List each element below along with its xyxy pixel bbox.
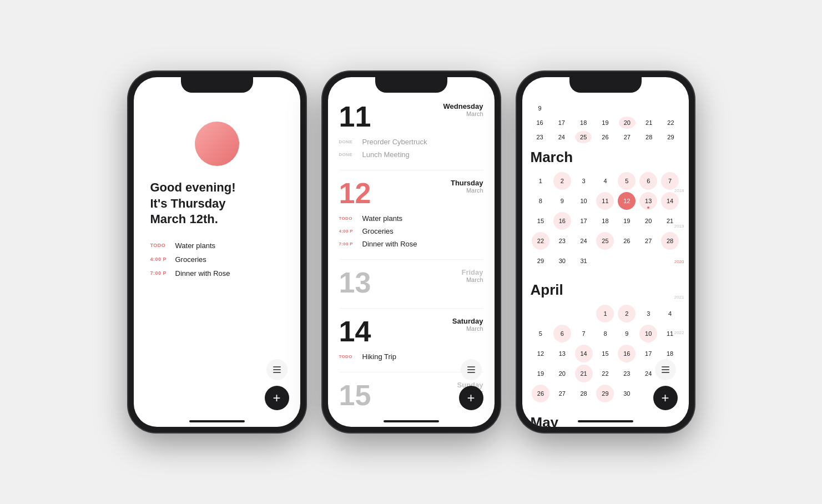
menu-button[interactable] xyxy=(266,359,288,380)
cal-day[interactable]: 20 xyxy=(639,212,657,230)
cal-day[interactable]: 27 xyxy=(553,385,571,402)
cal-day[interactable]: 22 xyxy=(662,117,679,129)
cal-day[interactable]: 13 xyxy=(553,345,571,362)
cal-day[interactable]: 23 xyxy=(553,232,571,250)
cal-day[interactable]: 20 xyxy=(553,365,571,382)
event-item[interactable]: DONE Preorder Cybertruck xyxy=(339,138,483,146)
day-number-today: 12 xyxy=(339,179,371,208)
cal-day[interactable]: 8 xyxy=(596,325,614,342)
cal-day[interactable]: 5 xyxy=(618,172,636,190)
cal-day[interactable]: 5 xyxy=(532,325,549,342)
cal-day[interactable]: 2 xyxy=(618,305,636,322)
cal-day[interactable]: 27 xyxy=(639,232,657,250)
year-label[interactable]: 2019 xyxy=(674,224,684,229)
add-button-2[interactable]: + xyxy=(459,386,483,410)
cal-day[interactable]: 28 xyxy=(575,385,593,402)
cal-day[interactable]: 23 xyxy=(618,365,636,382)
cal-day[interactable]: 10 xyxy=(575,192,593,210)
list-item[interactable]: 7:00 P Dinner with Rose xyxy=(150,269,284,278)
cal-day[interactable]: 11 xyxy=(596,192,614,210)
cal-day[interactable]: 1 xyxy=(596,305,614,322)
year-label[interactable]: 2018 xyxy=(674,188,684,193)
cal-day[interactable]: 22 xyxy=(596,365,614,382)
list-item[interactable]: 4:00 P Groceries xyxy=(150,255,284,264)
cal-day[interactable]: 16 xyxy=(553,212,571,230)
cal-day[interactable]: 28 xyxy=(641,131,657,143)
cal-day[interactable]: 30 xyxy=(618,385,636,402)
event-item[interactable]: DONE Lunch Meeting xyxy=(339,150,483,159)
cal-day[interactable]: 9 xyxy=(618,325,636,342)
year-label[interactable]: 2021 xyxy=(674,295,684,300)
cal-day[interactable]: 1 xyxy=(532,172,549,190)
year-label-active[interactable]: 2020 xyxy=(674,259,684,264)
cal-day[interactable]: 14 xyxy=(575,345,593,362)
cal-day[interactable]: 15 xyxy=(596,345,614,362)
event-item[interactable]: 7:00 P Dinner with Rose xyxy=(339,240,483,248)
month-name: March xyxy=(452,325,483,332)
event-item[interactable]: 4:00 P Groceries xyxy=(339,227,483,235)
cal-day[interactable]: 10 xyxy=(639,325,657,342)
cal-day[interactable]: 21 xyxy=(575,365,593,382)
todo-text: Dinner with Rose xyxy=(175,269,230,278)
cal-day[interactable]: 29 xyxy=(596,385,614,402)
cal-day[interactable]: 18 xyxy=(596,212,614,230)
cal-day[interactable]: 17 xyxy=(575,212,593,230)
add-button-3[interactable]: + xyxy=(653,386,678,410)
cal-day[interactable]: 22 xyxy=(532,232,549,250)
cal-day[interactable]: 3 xyxy=(639,305,657,322)
cal-day[interactable]: 13 xyxy=(639,192,657,210)
cal-day[interactable]: 31 xyxy=(575,252,593,270)
year-label[interactable]: 2022 xyxy=(674,330,684,335)
menu-icon xyxy=(662,366,669,373)
cal-day[interactable]: 4 xyxy=(596,172,614,190)
cal-day[interactable]: 25 xyxy=(596,232,614,250)
list-item[interactable]: TODO Water plants xyxy=(150,241,284,250)
cal-day[interactable]: 24 xyxy=(575,232,593,250)
bottom-buttons-3: + xyxy=(653,359,678,410)
cal-day[interactable]: 29 xyxy=(532,252,549,270)
cal-day[interactable]: 3 xyxy=(575,172,593,190)
cal-day[interactable]: 29 xyxy=(662,131,679,143)
cal-day[interactable]: 26 xyxy=(618,232,636,250)
cal-day[interactable]: 8 xyxy=(532,192,549,210)
home-indicator-1 xyxy=(189,420,245,422)
menu-button-3[interactable] xyxy=(655,359,676,380)
cal-day[interactable]: 25 xyxy=(575,131,592,143)
add-button[interactable]: + xyxy=(265,386,289,410)
cal-day[interactable]: 18 xyxy=(575,117,592,129)
cal-day[interactable]: 19 xyxy=(597,117,613,129)
cal-day[interactable]: 17 xyxy=(553,117,570,129)
cal-day[interactable]: 12 xyxy=(618,192,636,210)
menu-button-2[interactable] xyxy=(461,359,482,380)
day-name-group: Wednesday March xyxy=(443,102,483,117)
cal-day[interactable]: 15 xyxy=(532,212,549,230)
cal-day[interactable]: 30 xyxy=(553,252,571,270)
cal-day[interactable]: 9 xyxy=(553,192,571,210)
cal-day[interactable]: 7 xyxy=(575,325,593,342)
cal-day[interactable]: 2 xyxy=(553,172,571,190)
cal-day[interactable]: 27 xyxy=(619,131,636,143)
time-badge: 7:00 P xyxy=(150,270,175,276)
cal-day[interactable]: 6 xyxy=(639,172,657,190)
cal-day[interactable]: 19 xyxy=(532,365,549,382)
event-item[interactable]: TODO Water plants xyxy=(339,214,483,223)
cal-day[interactable]: 21 xyxy=(641,117,657,129)
divider xyxy=(339,259,483,260)
cal-day[interactable]: 16 xyxy=(618,345,636,362)
event-badge: DONE xyxy=(339,152,362,157)
cal-day[interactable]: 19 xyxy=(618,212,636,230)
cal-day[interactable]: 16 xyxy=(532,117,548,129)
cal-day[interactable]: 12 xyxy=(532,345,549,362)
phone-2: 11 Wednesday March DONE Preorder Cybertr… xyxy=(322,72,500,432)
cal-day xyxy=(662,102,679,114)
cal-day[interactable]: 24 xyxy=(553,131,570,143)
cal-day[interactable]: 26 xyxy=(597,131,613,143)
cal-day[interactable]: 23 xyxy=(532,131,548,143)
cal-day[interactable]: 7 xyxy=(661,172,679,190)
cal-day[interactable]: 26 xyxy=(532,385,549,402)
day-name-group: Saturday March xyxy=(452,317,483,332)
cal-day xyxy=(553,102,570,114)
cal-day[interactable]: 9 xyxy=(532,102,548,114)
cal-day[interactable]: 20 xyxy=(619,117,636,129)
cal-day[interactable]: 6 xyxy=(553,325,571,342)
